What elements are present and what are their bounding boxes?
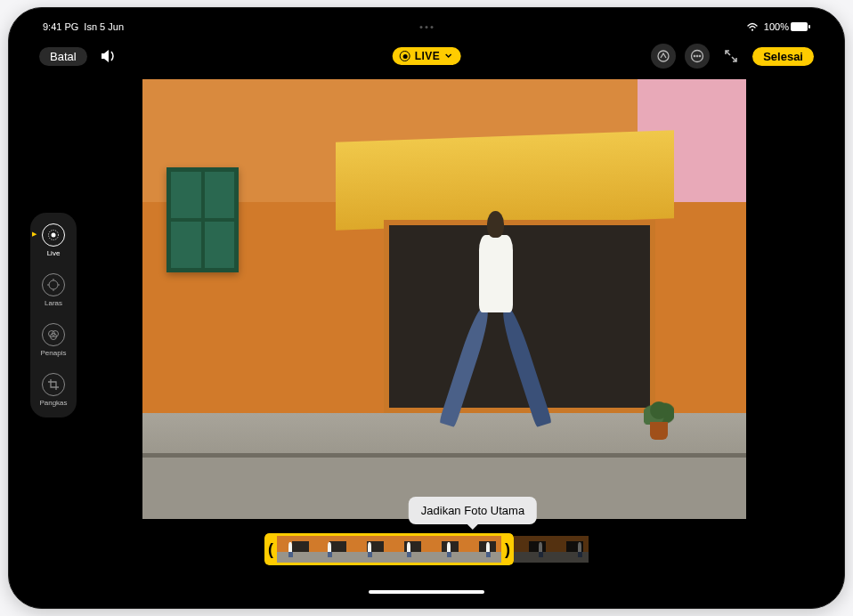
svg-point-6 <box>696 55 698 57</box>
live-mode-button[interactable]: LIVE <box>393 47 461 65</box>
more-button[interactable] <box>685 44 710 69</box>
tool-crop[interactable]: Pangkas <box>30 371 77 409</box>
trim-handle-left[interactable]: ( <box>264 533 277 565</box>
photo-preview[interactable] <box>142 79 746 519</box>
edit-navbar: Batal LIVE <box>18 38 835 74</box>
tool-adjust-label: Laras <box>45 299 62 307</box>
battery-percent: 100% <box>764 21 789 32</box>
filters-icon <box>42 323 65 346</box>
status-date: Isn 5 Jun <box>84 21 124 32</box>
status-bar: 9:41 PG Isn 5 Jun 100% <box>18 17 835 36</box>
frame-thumb[interactable] <box>464 536 501 563</box>
wifi-icon <box>746 22 759 31</box>
live-photo-icon <box>42 223 65 247</box>
tool-filters-label: Penapis <box>41 349 67 357</box>
home-indicator[interactable] <box>369 590 484 594</box>
fullscreen-button[interactable] <box>719 44 743 69</box>
svg-rect-1 <box>791 22 808 31</box>
adjust-icon <box>42 273 65 296</box>
volume-button[interactable] <box>96 44 121 69</box>
status-time: 9:41 PG <box>43 21 78 32</box>
cancel-button[interactable]: Batal <box>39 47 87 66</box>
svg-point-10 <box>49 280 58 289</box>
tool-filters[interactable]: Penapis <box>30 321 77 359</box>
crop-icon <box>42 373 65 396</box>
tool-crop-label: Pangkas <box>39 399 67 407</box>
make-key-photo-button[interactable]: Jadikan Foto Utama <box>409 497 537 524</box>
done-button[interactable]: Selesai <box>752 47 814 66</box>
svg-rect-2 <box>808 25 810 28</box>
chevron-down-icon <box>444 53 451 59</box>
edit-tool-rail: Live Laras Penapis Pangkas <box>30 213 77 417</box>
svg-point-0 <box>751 29 753 31</box>
multitask-dots-icon[interactable] <box>420 26 434 28</box>
svg-point-5 <box>694 55 695 57</box>
svg-point-8 <box>52 233 56 238</box>
frame-thumb[interactable] <box>389 536 426 563</box>
tool-live-label: Live <box>47 249 61 257</box>
trim-handle-right[interactable]: ) <box>501 533 514 565</box>
frame-thumb-outside[interactable] <box>514 536 551 563</box>
frame-thumb-outside[interactable] <box>551 536 589 563</box>
frames-after-trim <box>514 536 589 563</box>
live-frame-scrubber[interactable]: ( ) <box>264 533 589 565</box>
tool-adjust[interactable]: Laras <box>30 272 77 309</box>
frame-thumb[interactable] <box>314 536 352 563</box>
tool-live[interactable]: Live <box>30 222 77 259</box>
frame-thumb-selected[interactable] <box>426 536 464 563</box>
frame-thumb[interactable] <box>277 536 314 563</box>
battery-icon: 100% <box>764 21 810 32</box>
markup-button[interactable] <box>651 44 676 69</box>
live-ring-icon <box>400 51 410 61</box>
svg-point-7 <box>699 55 701 57</box>
frame-thumb[interactable] <box>352 536 389 563</box>
frames-in-trim <box>277 533 501 565</box>
